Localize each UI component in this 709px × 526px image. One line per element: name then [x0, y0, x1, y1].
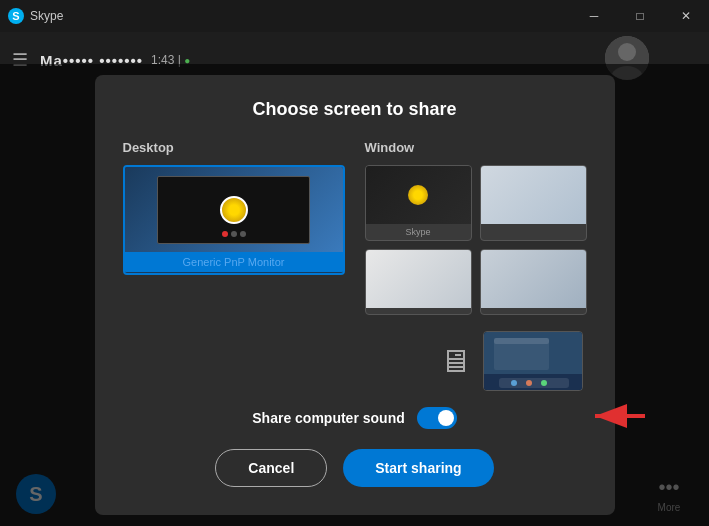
app-icon: S: [8, 8, 24, 24]
screen-share-dialog: Choose screen to share Desktop: [95, 75, 615, 515]
window-thumb-label-skype: Skype: [366, 224, 471, 240]
window-thumb-label-4: [481, 308, 586, 314]
dot-2: [231, 231, 237, 237]
desktop-thumbnail[interactable]: Generic PnP Monitor: [123, 165, 345, 275]
svg-point-3: [618, 43, 636, 61]
window-preview-2: [481, 166, 586, 224]
window-preview-skype: [366, 166, 471, 224]
close-button[interactable]: ✕: [663, 0, 709, 32]
window-thumb-2[interactable]: [480, 165, 587, 241]
window-thumb-label-2: [481, 224, 586, 230]
maximize-button[interactable]: □: [617, 0, 663, 32]
bottom-row: 🖥: [123, 331, 587, 391]
window-col-header: Window: [365, 140, 587, 155]
app-title: Skype: [30, 9, 63, 23]
window-thumb-label-3: [366, 308, 471, 314]
buttons-row: Cancel Start sharing: [123, 449, 587, 487]
skype-preview-icon: [408, 185, 428, 205]
dot-1: [222, 231, 228, 237]
share-sound-label: Share computer sound: [252, 410, 404, 426]
screen-sim: [157, 176, 310, 244]
window-preview-3: [366, 250, 471, 308]
minimize-button[interactable]: ─: [571, 0, 617, 32]
desktop-thumb-preview: [125, 167, 343, 252]
monitor-icon: 🖥: [439, 343, 471, 380]
window-thumb-3[interactable]: [365, 249, 472, 315]
svg-text:S: S: [12, 10, 19, 22]
title-bar: S Skype ─ □ ✕: [0, 0, 709, 32]
desktop-thumb-label: Generic PnP Monitor: [125, 252, 343, 272]
window-thumb-4[interactable]: [480, 249, 587, 315]
svg-rect-8: [499, 378, 569, 388]
toggle-knob: [438, 410, 454, 426]
desktop-col-header: Desktop: [123, 140, 345, 155]
window-controls: ─ □ ✕: [571, 0, 709, 32]
dot-3: [240, 231, 246, 237]
modal-title: Choose screen to share: [123, 99, 587, 120]
window-preview-4: [481, 250, 586, 308]
screen-columns: Desktop Gener: [123, 140, 587, 315]
start-sharing-button[interactable]: Start sharing: [343, 449, 493, 487]
window-thumb-skype[interactable]: Skype: [365, 165, 472, 241]
extra-thumbnail[interactable]: [483, 331, 583, 391]
modal-overlay: Choose screen to share Desktop: [0, 64, 709, 526]
desktop-column: Desktop Gener: [123, 140, 345, 315]
app-area: ☰ Ma••••• ••••••• 1:43 | ● 💬 Chat 🖥 Shar…: [0, 32, 709, 526]
svg-rect-13: [494, 338, 549, 344]
window-grid: Skype: [365, 165, 587, 315]
svg-point-9: [511, 380, 517, 386]
svg-point-11: [541, 380, 547, 386]
svg-point-10: [526, 380, 532, 386]
share-sound-toggle[interactable]: [417, 407, 457, 429]
cancel-button[interactable]: Cancel: [215, 449, 327, 487]
gold-ring-icon: [220, 196, 248, 224]
red-arrow: [587, 402, 647, 434]
window-column: Window Skype: [365, 140, 587, 315]
share-sound-row: Share computer sound: [123, 407, 587, 429]
